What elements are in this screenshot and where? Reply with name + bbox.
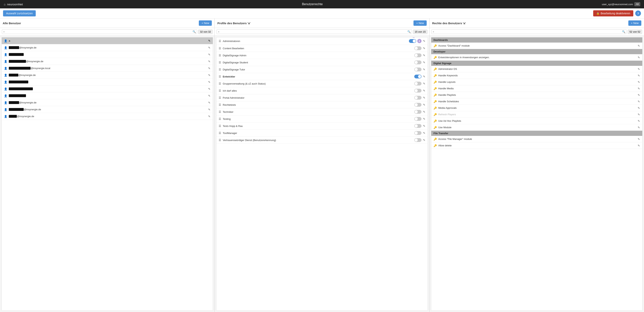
help-button[interactable]: ? <box>635 10 641 16</box>
rights-new-button[interactable]: + New <box>628 20 641 26</box>
edit-icon[interactable]: ✎ <box>638 126 640 129</box>
toggle-entwickler[interactable] <box>414 75 422 78</box>
profile-item-ds-student[interactable]: ☰ DigitalSignage Student ✎ <box>216 59 428 66</box>
edit-icon[interactable]: ✎ <box>638 144 640 147</box>
edit-icon[interactable]: ✎ <box>208 87 210 90</box>
toggle-techniker[interactable] <box>414 110 422 114</box>
edit-icon[interactable]: ✎ <box>423 82 425 85</box>
edit-icon[interactable]: ✎ <box>638 74 640 77</box>
edit-icon[interactable]: ✎ <box>423 89 425 92</box>
rights-item[interactable]: 🔑 Use Module ✎ <box>431 124 642 131</box>
list-item[interactable]: 👤 ██@insynergie.de ✎ <box>2 106 213 113</box>
edit-icon[interactable]: ✎ <box>208 67 210 70</box>
toggle-ds-admin[interactable] <box>414 53 422 57</box>
edit-icon[interactable]: ✎ <box>423 110 425 113</box>
list-item[interactable]: 👤 ██@insynergie.de ✎ <box>2 72 213 79</box>
list-item[interactable]: 👤 ██@insynergie.de ✎ <box>2 44 213 51</box>
edit-icon[interactable]: ✎ <box>208 101 210 104</box>
list-item[interactable]: 👤 ██ ✎ <box>2 92 213 99</box>
edit-icon[interactable]: ✎ <box>423 131 425 135</box>
profile-item-administratoren[interactable]: ☰ Administratoren 1 2 ✎ <box>216 37 428 45</box>
toggle-administratoren[interactable] <box>409 39 416 43</box>
list-item[interactable]: 👤 ██@insynergie.de ✎ <box>2 113 213 120</box>
edit-icon[interactable]: ✎ <box>208 46 210 49</box>
list-item[interactable]: 👤 ██ ✎ <box>2 51 213 58</box>
rights-item[interactable]: 🔑 Media Approvals ✎ <box>431 105 642 111</box>
edit-icon[interactable]: ✎ <box>638 106 640 109</box>
rights-item[interactable]: 🔑 Handle Media ✎ <box>431 85 642 92</box>
profile-item-ich-darf-alles[interactable]: ☰ Ich darf alles ✎ <box>216 87 428 94</box>
toggle-rechtetests[interactable] <box>414 103 422 107</box>
profile-item-tests-hopp-rau[interactable]: ☰ Tests Hopp & Rau ✎ <box>216 122 428 130</box>
edit-icon[interactable]: ✎ <box>208 74 210 77</box>
rights-item[interactable]: 🔑 Access "Dashboard" module ✎ <box>431 42 642 49</box>
edit-icon[interactable]: ✎ <box>638 87 640 90</box>
edit-icon[interactable]: ✎ <box>423 54 425 57</box>
profile-item-vertrauenswuerdiger-dienst[interactable]: ☰ Vertrauenswürdiger Dienst (Benutzererk… <box>216 137 428 144</box>
edit-icon[interactable]: ✎ <box>423 117 425 120</box>
edit-icon[interactable]: ✎ <box>423 47 425 50</box>
users-clear-icon[interactable]: × <box>3 30 5 33</box>
rights-item[interactable]: 🔑 Handle Keywords ✎ <box>431 72 642 79</box>
edit-icon[interactable]: ✎ <box>638 138 640 141</box>
profile-item-toolmanager[interactable]: ☰ ToolManager ✎ <box>216 130 428 137</box>
toggle-toolmanager[interactable] <box>414 131 422 135</box>
profile-item-ds-admin[interactable]: ☰ DigitalSignage Admin ✎ <box>216 52 428 59</box>
toggle-testing[interactable] <box>414 117 422 121</box>
profile-item-rechtetests[interactable]: ☰ Rechtetests ✎ <box>216 101 428 108</box>
rights-search-icon[interactable]: 🔍 <box>622 30 625 33</box>
rights-clear-icon[interactable]: × <box>433 30 434 33</box>
edit-icon[interactable]: ✎ <box>208 53 210 56</box>
toggle-ich-darf-alles[interactable] <box>414 89 422 92</box>
edit-icon[interactable]: ✎ <box>638 113 640 116</box>
toggle-gruppenverwaltung[interactable] <box>414 82 422 85</box>
profile-item-entwickler[interactable]: ☰ Entwickler ✎ <box>216 73 428 80</box>
rights-search-input[interactable] <box>434 30 622 33</box>
edit-icon[interactable]: ✎ <box>423 124 425 127</box>
rights-item[interactable]: 🔑 Access "File Manager" module ✎ <box>431 136 642 142</box>
users-new-button[interactable]: + New <box>199 20 212 26</box>
rights-item[interactable]: 🔑 Handle Layouts ✎ <box>431 79 642 85</box>
edit-icon[interactable]: ✎ <box>638 93 640 97</box>
profile-item-gruppenverwaltung[interactable]: ☰ Gruppenverwaltung (& zZ auch Status) ✎ <box>216 80 428 87</box>
edit-icon[interactable]: ✎ <box>208 94 210 97</box>
edit-icon[interactable]: ✎ <box>638 119 640 122</box>
list-item[interactable]: 👤 ██@insynergie.local ✎ <box>2 65 213 72</box>
toggle-vertrauenswuerdiger-dienst[interactable] <box>414 138 422 142</box>
profiles-new-button[interactable]: + New <box>414 20 426 26</box>
deactivate-button[interactable]: 🔒 Bearbeitung deaktivieren <box>593 10 633 16</box>
rights-item[interactable]: 🔑 Allow delete ✎ <box>431 142 642 149</box>
rights-item[interactable]: 🔑 Use Ad Hoc Playlists ✎ <box>431 118 642 124</box>
profiles-clear-icon[interactable]: × <box>218 30 220 33</box>
edit-icon[interactable]: ✎ <box>423 139 425 142</box>
edit-icon[interactable]: ✎ <box>423 96 425 99</box>
users-search-icon[interactable]: 🔍 <box>192 30 196 33</box>
profile-item-ds-tutor[interactable]: ☰ DigitalSignage Tutor ✎ <box>216 66 428 73</box>
edit-icon[interactable]: ✎ <box>423 68 425 71</box>
toggle-ds-tutor[interactable] <box>414 67 422 71</box>
users-list-header[interactable]: 👤 a ✎ <box>2 37 213 44</box>
rights-item[interactable]: 🔑 Handle Playlists ✎ <box>431 92 642 98</box>
edit-icon[interactable]: ✎ <box>638 67 640 71</box>
profile-item-portal-admin[interactable]: ☰ Portal Administrator ✎ <box>216 94 428 101</box>
list-item[interactable]: 👤 ██@insynergie.de ✎ <box>2 99 213 106</box>
edit-icon[interactable]: ✎ <box>638 44 640 47</box>
edit-icon[interactable]: ✎ <box>208 108 210 111</box>
list-item[interactable]: 👤 ██ ✎ <box>2 79 213 85</box>
users-search-input[interactable] <box>5 30 193 33</box>
profiles-search-icon[interactable]: 🔍 <box>407 30 410 33</box>
list-item[interactable]: 👤 ██ ✎ <box>2 85 213 92</box>
edit-icon[interactable]: ✎ <box>638 56 640 59</box>
edit-icon[interactable]: ✎ <box>423 61 425 64</box>
edit-icon[interactable]: ✎ <box>423 39 425 42</box>
rights-item[interactable]: 🔑 Administrator DS ✎ <box>431 66 642 72</box>
edit-icon[interactable]: ✎ <box>638 100 640 103</box>
rights-item[interactable]: 🔑 Handle Scheldules ✎ <box>431 98 642 105</box>
profile-item-techniker[interactable]: ☰ Techniker ✎ <box>216 108 428 115</box>
rights-item-refresh-players[interactable]: 🔑 Refresh Players ✎ <box>431 111 642 118</box>
toggle-portal-admin[interactable] <box>414 96 422 100</box>
toggle-tests-hopp-rau[interactable] <box>414 124 422 128</box>
edit-icon[interactable]: ✎ <box>423 103 425 106</box>
toggle-content-bearbeiten[interactable] <box>414 46 422 50</box>
rights-item[interactable]: 🔑 Entwickleroptionen in Anwendungen anze… <box>431 54 642 61</box>
